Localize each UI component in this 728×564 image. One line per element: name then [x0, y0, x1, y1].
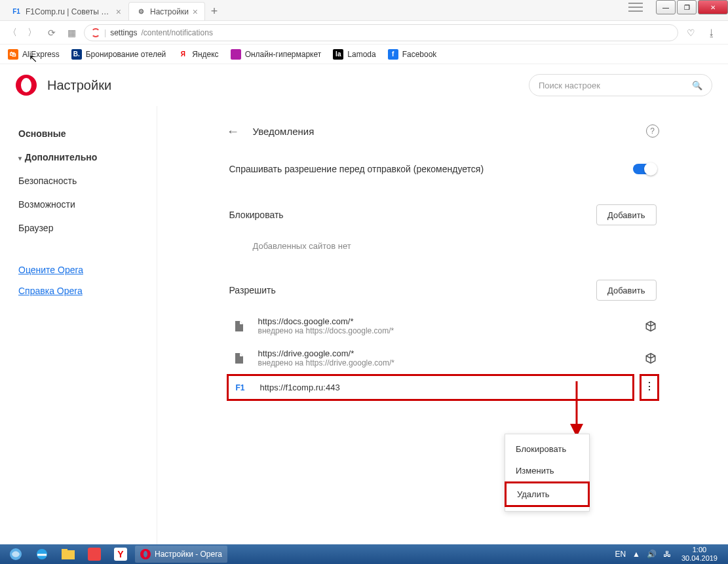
- bookmark-yandex[interactable]: ЯЯндекс: [178, 49, 218, 60]
- sidebar-item-basic[interactable]: Основные: [0, 122, 157, 145]
- download-icon[interactable]: ⭳: [704, 26, 719, 40]
- svg-text:Y: Y: [117, 549, 124, 559]
- clock[interactable]: 1:00 30.04.2019: [678, 546, 721, 563]
- system-tray: EN ▲ 🔊 🖧 1:00 30.04.2019: [615, 546, 724, 563]
- close-tab-icon[interactable]: ×: [193, 7, 198, 17]
- annotation-arrow: [564, 381, 590, 440]
- file-icon: [229, 321, 248, 331]
- explorer-button[interactable]: [56, 546, 80, 563]
- search-icon: 🔍: [692, 81, 702, 90]
- settings-sidebar: Основные Дополнительно Безопасность Возм…: [0, 106, 157, 544]
- taskbar: Y Настройки - Opera EN ▲ 🔊 🖧 1:00 30.04.…: [0, 544, 728, 564]
- setting-label: Спрашивать разрешение перед отправкой (р…: [229, 164, 484, 174]
- back-icon[interactable]: 〈: [5, 26, 20, 40]
- speed-dial-icon[interactable]: ▦: [64, 26, 79, 40]
- tray-network-icon[interactable]: 🖧: [663, 550, 671, 559]
- start-button[interactable]: [4, 546, 28, 563]
- ctx-delete[interactable]: Удалить: [505, 481, 590, 507]
- help-icon[interactable]: ?: [646, 124, 659, 138]
- tab-bar: F1 F1Comp.ru | Советы и лайф… × ⚙ Настро…: [0, 0, 728, 21]
- panel-title: Уведомления: [253, 126, 633, 137]
- search-placeholder: Поиск настроек: [539, 81, 600, 90]
- site-url: https://docs.google.com/*: [258, 316, 634, 326]
- close-tab-icon[interactable]: ×: [116, 7, 121, 17]
- tab-f1comp[interactable]: F1 F1Comp.ru | Советы и лайф… ×: [4, 2, 128, 20]
- svg-rect-6: [88, 548, 101, 561]
- opera-logo-icon: [16, 75, 37, 96]
- add-block-button[interactable]: Добавить: [596, 204, 656, 225]
- tray-volume-icon[interactable]: 🔊: [647, 550, 657, 559]
- help-opera-link[interactable]: Справка Opera: [0, 280, 157, 301]
- allow-site-row[interactable]: https://docs.google.com/* внедрено на ht…: [227, 310, 659, 342]
- site-url: https://drive.google.com/*: [258, 348, 634, 358]
- back-arrow-icon[interactable]: ←: [227, 124, 240, 139]
- rate-opera-link[interactable]: Оцените Opera: [0, 259, 157, 280]
- bookmark-aliexpress[interactable]: 🛍AliExpress: [8, 49, 60, 60]
- block-section-label: Блокировать: [229, 210, 284, 220]
- cube-icon: [645, 352, 657, 364]
- allow-site-row[interactable]: https://drive.google.com/* внедрено на h…: [227, 342, 659, 374]
- ie-button[interactable]: [30, 546, 54, 563]
- heart-icon[interactable]: ♡: [683, 26, 698, 40]
- page-title: Настройки: [47, 78, 111, 93]
- svg-rect-4: [62, 550, 75, 559]
- opera-menu-icon[interactable]: [628, 3, 643, 12]
- bookmarks-bar: 🛍AliExpress B.Бронирование отелей ЯЯндек…: [0, 45, 728, 64]
- minimize-button[interactable]: —: [656, 0, 676, 14]
- new-tab-button[interactable]: +: [205, 2, 223, 20]
- maximize-button[interactable]: ❐: [677, 0, 697, 14]
- window-controls: — ❐ ✕: [655, 0, 728, 14]
- site-sub: внедрено на https://docs.google.com/*: [258, 326, 634, 335]
- nav-bar: 〈 〉 ⟳ ▦ | settings/content/notifications…: [0, 21, 728, 45]
- toggle-switch[interactable]: [633, 164, 657, 174]
- context-menu: Блокировать Изменить Удалить: [505, 434, 590, 512]
- yandex-button[interactable]: Y: [109, 546, 132, 563]
- cube-icon: [645, 320, 657, 332]
- ask-before-sending-row[interactable]: Спрашивать разрешение перед отправкой (р…: [227, 149, 659, 189]
- block-empty-text: Добавленных сайтов нет: [227, 235, 659, 264]
- allow-section-label: Разрешить: [229, 285, 276, 295]
- url-path: /content/notifications: [141, 28, 212, 37]
- tab-title: F1Comp.ru | Советы и лайф…: [26, 7, 112, 16]
- sidebar-item-browser[interactable]: Браузер: [0, 216, 157, 240]
- opera-icon: [91, 28, 100, 37]
- f1-icon: F1: [231, 383, 250, 392]
- settings-content: ← Уведомления ? Спрашивать разрешение пе…: [157, 106, 728, 544]
- opera-task-button[interactable]: Настройки - Opera: [135, 546, 227, 563]
- lang-indicator[interactable]: EN: [615, 550, 626, 559]
- file-icon: [229, 353, 248, 364]
- sidebar-item-advanced[interactable]: Дополнительно: [0, 145, 157, 169]
- app-button[interactable]: [83, 546, 106, 563]
- more-actions-button[interactable]: ⋮: [640, 374, 659, 401]
- svg-rect-5: [62, 549, 67, 552]
- settings-search[interactable]: Поиск настроек 🔍: [529, 74, 712, 96]
- add-allow-button[interactable]: Добавить: [596, 280, 656, 301]
- reload-icon[interactable]: ⟳: [45, 26, 59, 40]
- sidebar-item-features[interactable]: Возможности: [0, 193, 157, 216]
- url-host: settings: [110, 28, 137, 37]
- tab-title: Настройки: [150, 7, 189, 16]
- sidebar-item-security[interactable]: Безопасность: [0, 169, 157, 193]
- ctx-edit[interactable]: Изменить: [505, 460, 589, 481]
- address-bar[interactable]: | settings/content/notifications: [84, 24, 678, 41]
- task-label: Настройки - Opera: [155, 550, 222, 559]
- bookmark-facebook[interactable]: fFacebook: [388, 49, 437, 60]
- favicon-icon: F1: [11, 7, 22, 17]
- gear-icon: ⚙: [136, 7, 146, 17]
- page-header: Настройки Поиск настроек 🔍: [0, 64, 728, 106]
- bookmark-lamoda[interactable]: laLamoda: [333, 49, 375, 60]
- ctx-block[interactable]: Блокировать: [505, 438, 589, 460]
- close-button[interactable]: ✕: [698, 0, 728, 14]
- bookmark-booking[interactable]: B.Бронирование отелей: [71, 49, 166, 60]
- forward-icon[interactable]: 〉: [25, 26, 39, 40]
- tab-settings[interactable]: ⚙ Настройки ×: [128, 2, 205, 20]
- site-sub: внедрено на https://drive.google.com/*: [258, 358, 634, 367]
- tray-flag-icon[interactable]: ▲: [632, 550, 640, 559]
- bookmark-hypermarket[interactable]: Онлайн-гипермаркет: [231, 49, 322, 60]
